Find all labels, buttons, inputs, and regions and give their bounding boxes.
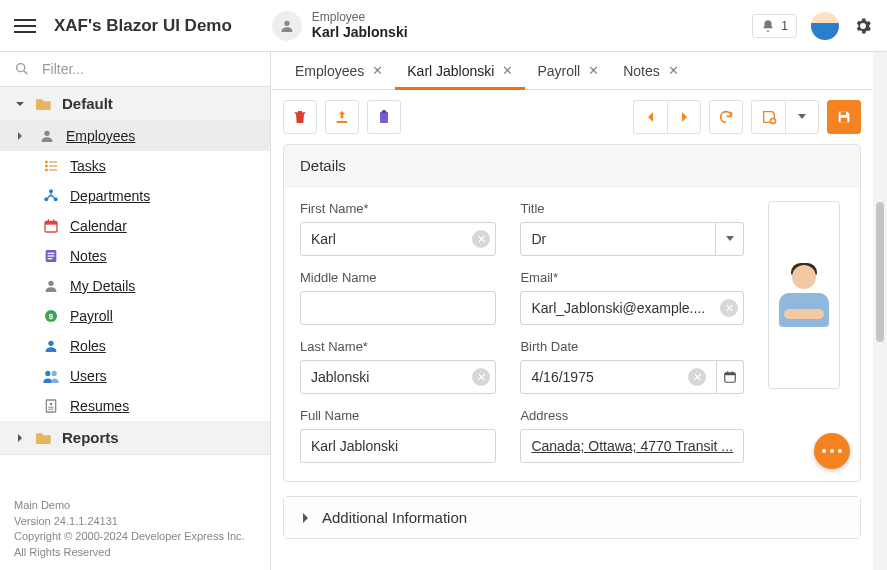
clear-icon[interactable]: ✕	[472, 368, 490, 386]
refresh-icon	[718, 109, 734, 125]
save-button[interactable]	[827, 100, 861, 134]
chevron-right-icon	[14, 131, 26, 141]
context-name: Karl Jablonski	[312, 24, 408, 41]
toolbar	[271, 90, 873, 144]
footer-line: Main Demo	[14, 498, 256, 513]
tab-karl-jablonski[interactable]: Karl Jablonski ✕	[395, 52, 525, 89]
roles-icon	[42, 337, 60, 355]
tab-label: Employees	[295, 63, 364, 79]
caret-down-icon	[797, 113, 807, 121]
last-name-input[interactable]	[300, 360, 496, 394]
field-label: Birth Date	[520, 339, 744, 354]
nav-roles[interactable]: Roles	[0, 331, 270, 361]
svg-point-19	[45, 371, 50, 376]
field-label: Email*	[520, 270, 744, 285]
save-dropdown-button[interactable]	[785, 100, 819, 134]
nav-resumes[interactable]: Resumes	[0, 391, 270, 421]
close-icon[interactable]: ✕	[502, 63, 513, 78]
group-reports[interactable]: Reports	[0, 421, 270, 455]
menu-toggle-button[interactable]	[14, 15, 36, 37]
nav-label: Calendar	[70, 218, 127, 234]
field-label: Last Name*	[300, 339, 496, 354]
nav-tasks[interactable]: Tasks	[0, 151, 270, 181]
caret-down-icon	[725, 235, 735, 243]
full-name-input[interactable]	[300, 429, 496, 463]
middle-name-input[interactable]	[300, 291, 496, 325]
clipboard-button[interactable]	[367, 100, 401, 134]
settings-button[interactable]	[853, 16, 873, 36]
save-as-group	[751, 100, 819, 134]
field-email: Email* ✕	[520, 270, 744, 325]
chevron-right-icon	[679, 111, 689, 123]
nav-label: Roles	[70, 338, 106, 354]
footer-line: Version 24.1.1.24131	[14, 514, 256, 529]
close-icon[interactable]: ✕	[668, 63, 679, 78]
nav-users[interactable]: Users	[0, 361, 270, 391]
clear-icon[interactable]: ✕	[472, 230, 490, 248]
field-address: Address Canada; Ottawa; 4770 Transit ...	[520, 408, 744, 463]
first-name-input[interactable]	[300, 222, 496, 256]
tab-payroll[interactable]: Payroll ✕	[525, 52, 611, 89]
clear-icon[interactable]: ✕	[688, 368, 706, 386]
address-link[interactable]: Canada; Ottawa; 4770 Transit ...	[520, 429, 744, 463]
users-icon	[42, 367, 60, 385]
email-input[interactable]	[520, 291, 744, 325]
chevron-left-icon	[646, 111, 656, 123]
nav-buttons	[633, 100, 701, 134]
delete-button[interactable]	[283, 100, 317, 134]
field-last-name: Last Name* ✕	[300, 339, 496, 394]
field-label: Address	[520, 408, 744, 423]
prev-button[interactable]	[633, 100, 667, 134]
additional-info-panel: Additional Information	[283, 496, 861, 539]
tab-employees[interactable]: Employees ✕	[283, 52, 395, 89]
additional-info-toggle[interactable]: Additional Information	[284, 497, 860, 538]
nav-notes[interactable]: Notes	[0, 241, 270, 271]
nav-departments[interactable]: Departments	[0, 181, 270, 211]
payroll-icon: $	[42, 307, 60, 325]
next-button[interactable]	[667, 100, 701, 134]
tab-notes[interactable]: Notes ✕	[611, 52, 691, 89]
trash-icon	[292, 109, 308, 125]
notes-icon	[42, 247, 60, 265]
group-default[interactable]: Default	[0, 87, 270, 121]
calendar-button[interactable]	[717, 360, 744, 394]
nav-payroll[interactable]: $ Payroll	[0, 301, 270, 331]
refresh-button[interactable]	[709, 100, 743, 134]
svg-rect-28	[841, 112, 846, 115]
clear-icon[interactable]: ✕	[720, 299, 738, 317]
nav-calendar[interactable]: Calendar	[0, 211, 270, 241]
field-birth-date: Birth Date ✕	[520, 339, 744, 394]
person-icon	[272, 11, 302, 41]
folder-icon	[36, 97, 52, 111]
nav-employees[interactable]: Employees	[0, 121, 270, 151]
calendar-icon	[723, 370, 737, 384]
footer-line: Copyright © 2000-2024 Developer Express …	[14, 529, 256, 544]
close-icon[interactable]: ✕	[588, 63, 599, 78]
save-new-button[interactable]	[751, 100, 785, 134]
tab-label: Notes	[623, 63, 660, 79]
notifications-button[interactable]: 1	[752, 14, 797, 38]
clipboard-icon	[376, 109, 392, 125]
field-label: Title	[520, 201, 744, 216]
upload-button[interactable]	[325, 100, 359, 134]
notification-count: 1	[781, 19, 788, 33]
employee-photo[interactable]	[768, 201, 840, 389]
photo-actions-button[interactable]	[814, 433, 850, 469]
nav-tree: Default Employees Tasks	[0, 87, 270, 488]
tab-strip: Employees ✕ Karl Jablonski ✕ Payroll ✕ N…	[271, 52, 873, 90]
chevron-right-icon	[300, 512, 310, 524]
scrollbar[interactable]	[873, 52, 887, 570]
close-icon[interactable]: ✕	[372, 63, 383, 78]
nav-label: Tasks	[70, 158, 106, 174]
filter-input[interactable]	[40, 60, 256, 78]
details-panel: Details First Name* ✕	[283, 144, 861, 482]
user-avatar[interactable]	[811, 12, 839, 40]
svg-point-1	[17, 64, 25, 72]
field-full-name: Full Name	[300, 408, 496, 463]
svg-rect-14	[48, 258, 53, 259]
bell-icon	[761, 19, 775, 33]
scrollbar-thumb[interactable]	[876, 202, 884, 342]
title-input[interactable]	[520, 222, 716, 256]
nav-mydetails[interactable]: My Details	[0, 271, 270, 301]
title-dropdown-button[interactable]	[716, 222, 744, 256]
